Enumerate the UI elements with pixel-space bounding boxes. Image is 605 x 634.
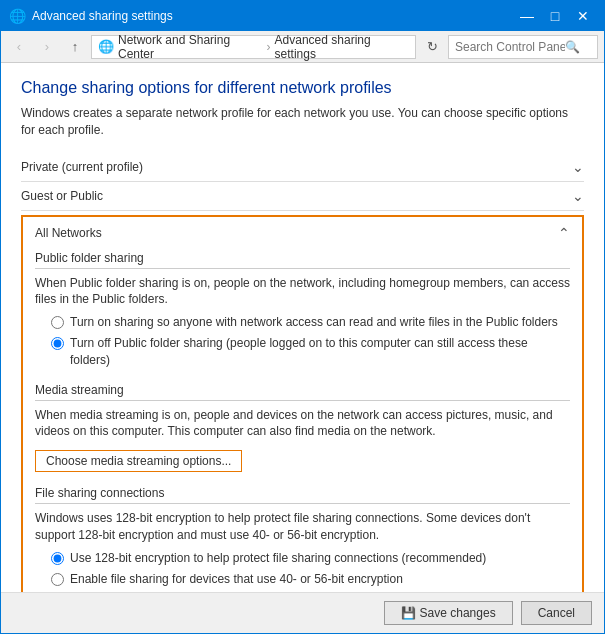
path-part2: Advanced sharing settings [275, 33, 409, 61]
public-folder-option2[interactable]: Turn off Public folder sharing (people l… [51, 335, 570, 369]
refresh-button[interactable]: ↻ [420, 35, 444, 59]
back-button[interactable]: ‹ [7, 35, 31, 59]
private-profile-section: Private (current profile) ⌄ [21, 153, 584, 182]
forward-button[interactable]: › [35, 35, 59, 59]
cancel-button[interactable]: Cancel [521, 601, 592, 625]
guest-profile-section: Guest or Public ⌄ [21, 182, 584, 211]
minimize-button[interactable]: — [514, 3, 540, 29]
file-sharing-title: File sharing connections [35, 486, 570, 504]
address-path[interactable]: 🌐 Network and Sharing Center › Advanced … [91, 35, 416, 59]
file-sharing-option2[interactable]: Enable file sharing for devices that use… [51, 571, 570, 588]
file-sharing-option1[interactable]: Use 128-bit encryption to help protect f… [51, 550, 570, 567]
save-icon: 💾 [401, 606, 416, 620]
guest-profile-header[interactable]: Guest or Public ⌄ [21, 182, 584, 210]
save-changes-label: Save changes [420, 606, 496, 620]
file-sharing-section: File sharing connections Windows uses 12… [35, 486, 570, 587]
all-networks-chevron: ⌃ [558, 225, 570, 241]
path-separator1: › [267, 40, 271, 54]
private-profile-chevron: ⌄ [572, 159, 584, 175]
search-box: 🔍 [448, 35, 598, 59]
window-title: Advanced sharing settings [32, 9, 514, 23]
file-sharing-radio1[interactable] [51, 552, 64, 565]
public-folder-option1-label: Turn on sharing so anyone with network a… [70, 314, 558, 331]
main-window: 🌐 Advanced sharing settings — □ ✕ ‹ › ↑ … [0, 0, 605, 634]
title-bar-controls: — □ ✕ [514, 3, 596, 29]
public-folder-option2-label: Turn off Public folder sharing (people l… [70, 335, 570, 369]
path-icon: 🌐 [98, 39, 114, 54]
public-folder-options: Turn on sharing so anyone with network a… [51, 314, 570, 368]
title-bar: 🌐 Advanced sharing settings — □ ✕ [1, 1, 604, 31]
all-networks-label: All Networks [35, 226, 102, 240]
media-streaming-section: Media streaming When media streaming is … [35, 383, 570, 473]
all-networks-header: All Networks ⌃ [35, 225, 570, 241]
file-sharing-option1-label: Use 128-bit encryption to help protect f… [70, 550, 486, 567]
public-folder-option1[interactable]: Turn on sharing so anyone with network a… [51, 314, 570, 331]
file-sharing-desc: Windows uses 128-bit encryption to help … [35, 510, 570, 544]
media-streaming-desc: When media streaming is on, people and d… [35, 407, 570, 441]
page-description: Windows creates a separate network profi… [21, 105, 584, 139]
file-sharing-radio2[interactable] [51, 573, 64, 586]
footer: 💾 Save changes Cancel [1, 592, 604, 633]
maximize-button[interactable]: □ [542, 3, 568, 29]
public-folder-radio1[interactable] [51, 316, 64, 329]
address-bar: ‹ › ↑ 🌐 Network and Sharing Center › Adv… [1, 31, 604, 63]
public-folder-radio2[interactable] [51, 337, 64, 350]
window-icon: 🌐 [9, 8, 26, 24]
search-input[interactable] [455, 40, 565, 54]
file-sharing-options: Use 128-bit encryption to help protect f… [51, 550, 570, 588]
file-sharing-option2-label: Enable file sharing for devices that use… [70, 571, 403, 588]
save-changes-button[interactable]: 💾 Save changes [384, 601, 513, 625]
content-area: Change sharing options for different net… [1, 63, 604, 592]
private-profile-label: Private (current profile) [21, 160, 143, 174]
close-button[interactable]: ✕ [570, 3, 596, 29]
media-streaming-title: Media streaming [35, 383, 570, 401]
media-streaming-btn[interactable]: Choose media streaming options... [35, 450, 242, 472]
all-networks-section: All Networks ⌃ Public folder sharing Whe… [21, 215, 584, 592]
path-part1: Network and Sharing Center [118, 33, 263, 61]
public-folder-desc: When Public folder sharing is on, people… [35, 275, 570, 309]
guest-profile-chevron: ⌄ [572, 188, 584, 204]
guest-profile-label: Guest or Public [21, 189, 103, 203]
search-icon: 🔍 [565, 40, 580, 54]
public-folder-section: Public folder sharing When Public folder… [35, 251, 570, 369]
page-title: Change sharing options for different net… [21, 79, 584, 97]
private-profile-header[interactable]: Private (current profile) ⌄ [21, 153, 584, 181]
up-button[interactable]: ↑ [63, 35, 87, 59]
public-folder-title: Public folder sharing [35, 251, 570, 269]
